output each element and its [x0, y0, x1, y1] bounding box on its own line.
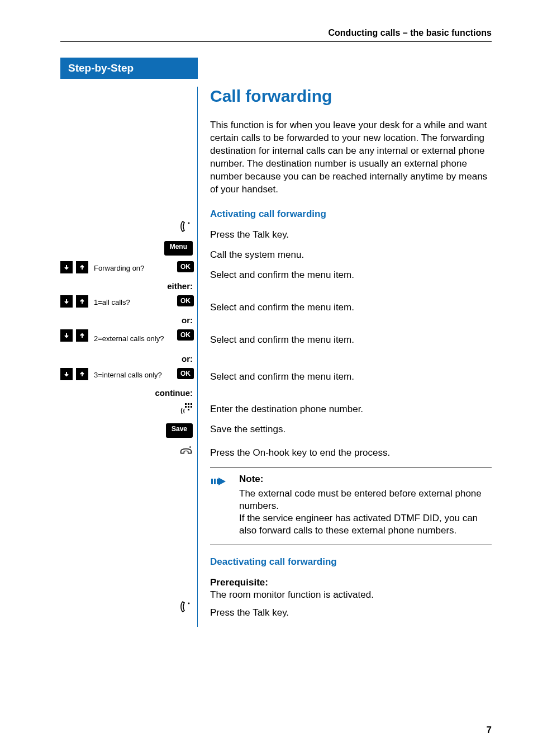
deactivating-heading: Deactivating call forwarding — [210, 556, 492, 568]
note-icon — [210, 473, 229, 537]
nav-row-all-calls: 1=all calls? OK — [60, 295, 194, 310]
menu-item-label: 1=all calls? — [92, 299, 174, 307]
content-columns: Menu Forwarding on? OK either: 1=all cal… — [60, 87, 492, 627]
step-text: Select and confirm the menu item. — [210, 269, 492, 284]
menu-button-row: Menu — [60, 241, 194, 256]
ok-button[interactable]: OK — [177, 368, 194, 379]
arrow-up-icon[interactable] — [76, 368, 88, 380]
keypad-icon — [179, 402, 193, 418]
svg-point-0 — [188, 223, 190, 224]
running-header: Conducting calls – the basic functions — [60, 28, 492, 42]
note-label: Note: — [239, 473, 492, 485]
prerequisite: Prerequisite: The room monitor function … — [210, 577, 492, 601]
svg-point-9 — [188, 603, 190, 604]
step-text: Save the settings. — [210, 423, 492, 438]
note-block: Note: The external code must be entered … — [210, 467, 492, 545]
arrow-down-icon[interactable] — [60, 261, 73, 273]
prereq-label: Prerequisite: — [210, 577, 268, 588]
nav-row-external: 2=external calls only? OK — [60, 329, 194, 348]
cond-or: or: — [60, 315, 193, 325]
onhook-row — [60, 443, 194, 459]
ok-button[interactable]: OK — [177, 329, 194, 341]
intro-paragraph: This function is for when you leave your… — [210, 119, 492, 196]
cond-either: either: — [60, 281, 193, 291]
save-button[interactable]: Save — [166, 423, 193, 438]
nav-row-internal: 3=internal calls only? OK — [60, 368, 194, 382]
note-text: If the service engineer has activated DT… — [239, 513, 478, 536]
save-row: Save — [60, 423, 194, 438]
step-text: Press the On-hook key to end the process… — [210, 447, 492, 461]
svg-rect-3 — [191, 403, 192, 405]
svg-rect-7 — [188, 409, 189, 410]
step-text: Call the system menu. — [210, 249, 492, 263]
menu-button[interactable]: Menu — [164, 241, 193, 256]
step-by-step-tab: Step-by-Step — [60, 58, 198, 79]
nav-row-forwarding: Forwarding on? OK — [60, 261, 194, 276]
arrow-up-icon[interactable] — [76, 261, 88, 273]
step-text: Select and confirm the menu item. — [210, 301, 492, 316]
prereq-text: The room monitor function is activated. — [210, 589, 374, 600]
menu-item-label: Forwarding on? — [92, 264, 174, 273]
on-hook-icon — [179, 443, 193, 459]
arrow-down-icon[interactable] — [60, 368, 73, 380]
step-text: Press the Talk key. — [210, 607, 492, 621]
svg-rect-12 — [217, 479, 218, 484]
ok-button[interactable]: OK — [177, 261, 194, 272]
menu-item-label: 2=external calls only? — [92, 335, 174, 343]
step-text: Enter the destination phone number. — [210, 403, 492, 418]
arrow-down-icon[interactable] — [60, 295, 73, 308]
svg-rect-11 — [214, 479, 216, 484]
section-heading: Call forwarding — [210, 87, 492, 106]
arrow-down-icon[interactable] — [60, 329, 73, 342]
svg-rect-5 — [188, 406, 189, 408]
talk-key-icon — [179, 220, 193, 235]
ok-button[interactable]: OK — [177, 295, 194, 306]
svg-rect-1 — [185, 403, 187, 405]
arrow-up-icon[interactable] — [76, 295, 88, 308]
step-text: Select and confirm the menu item. — [210, 334, 492, 353]
main-content: Call forwarding This function is for whe… — [198, 87, 492, 627]
svg-rect-6 — [191, 406, 192, 408]
arrow-up-icon[interactable] — [76, 329, 88, 342]
menu-item-label: 3=internal calls only? — [92, 371, 174, 380]
talk-key-row-2 — [60, 600, 194, 616]
activating-heading: Activating call forwarding — [210, 209, 492, 220]
page: Conducting calls – the basic functions S… — [0, 0, 533, 649]
cond-continue: continue: — [60, 388, 193, 398]
step-sidebar: Menu Forwarding on? OK either: 1=all cal… — [60, 87, 198, 627]
talk-key-row — [60, 220, 194, 235]
svg-rect-10 — [211, 479, 213, 484]
svg-rect-2 — [188, 403, 189, 405]
svg-rect-4 — [185, 406, 187, 408]
keypad-row — [60, 402, 194, 418]
svg-point-8 — [189, 446, 191, 448]
step-text: Select and confirm the menu item. — [210, 371, 492, 385]
note-text: The external code must be entered before… — [239, 488, 482, 511]
talk-key-icon — [179, 600, 193, 616]
step-text: Press the Talk key. — [210, 229, 492, 243]
page-number: 7 — [487, 725, 492, 736]
cond-or: or: — [60, 354, 193, 363]
